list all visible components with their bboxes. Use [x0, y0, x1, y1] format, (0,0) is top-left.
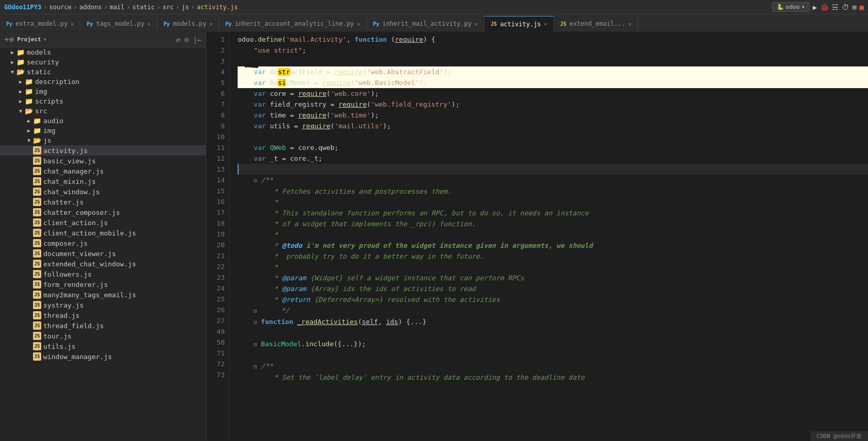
sidebar-item-chatter-composer[interactable]: JS chatter_composer.js [0, 207, 206, 217]
coverage-icon[interactable]: ☵ [832, 3, 839, 11]
sidebar-item-label: static [27, 68, 206, 76]
sidebar-item-img2[interactable]: ▶ 📁 img [0, 126, 206, 135]
sidebar-item-systray[interactable]: JS systray.js [0, 300, 206, 310]
sidebar-item-activity-js[interactable]: JS activity.js [0, 145, 206, 156]
sidebar-item-src[interactable]: ▼ 📂 src [0, 106, 206, 116]
breadcrumb-item[interactable]: js [181, 4, 189, 11]
sidebar-item-label: audio [43, 117, 206, 125]
sidebar-item-chat-mixin[interactable]: JS chat_mixin.js [0, 176, 206, 186]
sidebar-item-chat-window[interactable]: JS chat_window.js [0, 186, 206, 197]
py-icon: Py [225, 21, 231, 27]
tab-label: extra_model.py [15, 20, 68, 27]
tab-inherit-mail[interactable]: Py inherit_mail_activity.py ✕ [367, 16, 485, 31]
sidebar-item-chat-manager[interactable]: JS chat_manager.js [0, 166, 206, 176]
sidebar-item-security[interactable]: ▶ 📁 security [0, 57, 206, 67]
run-button[interactable]: ▶ [813, 3, 817, 11]
sidebar-item-label: basic_view.js [43, 157, 206, 165]
settings-icon[interactable]: ⚙ [185, 36, 189, 44]
sidebar-item-img[interactable]: ▶ 📁 img [0, 87, 206, 96]
sidebar-item-audio[interactable]: ▶ 📁 audio [0, 116, 206, 126]
bottom-bar: CSDN @odoo开发 [810, 431, 868, 441]
code-line-73: * Set the 'label_delay' entry in activit… [238, 372, 868, 383]
code-line-16: * [238, 197, 868, 208]
profile-icon[interactable]: ⏱ [842, 3, 849, 11]
breadcrumb-item[interactable]: addons [79, 4, 102, 11]
breadcrumb-sep: › [127, 4, 130, 11]
add-folder-icon[interactable]: ⊕ [9, 35, 14, 44]
stop-icon[interactable]: ■ [860, 3, 864, 11]
sidebar-dropdown[interactable]: ▾ [43, 36, 47, 43]
sync-icon[interactable]: ⇄ [176, 36, 180, 44]
code-editor[interactable]: 1 2 3 4 5 6 7 8 9 10 11 12 13 14 15 16 1… [206, 32, 868, 441]
debug-icon[interactable]: 🐞 [820, 3, 829, 11]
sidebar-item-document-viewer[interactable]: JS document_viewer.js [0, 248, 206, 259]
sidebar-item-composer[interactable]: JS composer.js [0, 238, 206, 248]
sidebar-item-many2many-tags[interactable]: JS many2many_tags_email.js [0, 290, 206, 300]
breadcrumb-item[interactable]: mail [110, 4, 125, 11]
tab-tags-model-py[interactable]: Py tags_model.py ✕ [80, 16, 157, 31]
breadcrumb-item[interactable]: GOdoo11PY3 [4, 4, 41, 11]
sidebar-item-window-manager[interactable]: JS window_manager.js [0, 351, 206, 362]
sidebar-item-static[interactable]: ▼ 📂 static [0, 67, 206, 77]
sidebar-item-client-action[interactable]: JS client_action.js [0, 217, 206, 228]
breadcrumb-item[interactable]: src [162, 4, 174, 11]
code-content[interactable]: odoo.define('mail.Activity', function (r… [229, 32, 868, 441]
sidebar-item-form-renderer[interactable]: JS form_renderer.js [0, 279, 206, 290]
sidebar-item-tour[interactable]: JS tour.js [0, 331, 206, 341]
code-line-25: * @return {Deferred<Array>} resolved wit… [238, 294, 868, 305]
bottom-bar-label: CSDN @odoo开发 [816, 433, 862, 439]
code-line-26: ⊟ */ [238, 305, 868, 316]
sidebar-item-extended-chat-window[interactable]: JS extended_chat_window.js [0, 259, 206, 269]
sidebar-item-chatter[interactable]: JS chatter.js [0, 197, 206, 207]
breadcrumb-sep: › [191, 4, 195, 11]
js-file-icon: JS [33, 188, 41, 196]
tab-close-icon[interactable]: ✕ [71, 21, 74, 27]
sidebar-item-label: followers.js [43, 270, 206, 278]
folder-icon: 📂 [25, 107, 33, 115]
tab-inherit-account[interactable]: Py inherit_account_analytic_line.py ✕ [219, 16, 366, 31]
sidebar-item-label: client_action_mobile.js [43, 229, 206, 237]
js-file-icon: JS [33, 270, 41, 278]
breadcrumb-sep: › [104, 4, 107, 11]
breadcrumb-sep: › [74, 4, 77, 11]
tab-close-icon[interactable]: ✕ [357, 21, 360, 27]
sidebar-item-js[interactable]: ▼ 📂 js [0, 135, 206, 145]
folder-icon: 📂 [33, 137, 41, 144]
hide-icon[interactable]: |← [193, 36, 202, 44]
breadcrumb-item[interactable]: static [132, 4, 155, 11]
tab-close-icon[interactable]: ✕ [544, 21, 547, 27]
tab-close-icon[interactable]: ✕ [475, 21, 478, 27]
sidebar-item-thread[interactable]: JS thread.js [0, 310, 206, 320]
code-line-5: var BasicModel = require('web.BasicModel… [238, 77, 868, 88]
tab-extra-model-py[interactable]: Py extra_model.py ✕ [0, 16, 80, 31]
expand-arrow: ▼ [8, 69, 16, 75]
folder-icon: 📂 [16, 68, 25, 76]
tab-close-icon[interactable]: ✕ [147, 21, 151, 27]
js-file-icon: JS [33, 198, 41, 206]
sidebar-tree: ▶ 📁 models ▶ 📁 security ▼ 📂 static [0, 47, 206, 362]
sidebar-item-basic-view-js[interactable]: JS basic_view.js [0, 156, 206, 166]
sidebar-item-label: security [27, 58, 206, 66]
sidebar-item-followers[interactable]: JS followers.js [0, 269, 206, 279]
sidebar-item-scripts[interactable]: ▶ 📁 scripts [0, 96, 206, 106]
odoo-dropdown[interactable]: 🐍 odoo ▾ [772, 2, 810, 12]
sidebar-item-description[interactable]: ▶ 📁 description [0, 77, 206, 87]
code-line-20: * @todo i'm not very proud of the widget… [238, 240, 868, 251]
tab-models-py[interactable]: Py models.py ✕ [157, 16, 219, 31]
tab-activity-js[interactable]: JS activity.js ✕ [485, 16, 554, 31]
expand-arrow: ▼ [16, 108, 25, 114]
sidebar-item-utils[interactable]: JS utils.js [0, 341, 206, 351]
breadcrumb-current: activity.js [197, 4, 238, 11]
tools-icon[interactable]: ⊞ [852, 3, 856, 11]
sidebar-item-client-action-mobile[interactable]: JS client_action_mobile.js [0, 228, 206, 238]
sidebar-item-label: scripts [35, 97, 206, 105]
tab-close-icon[interactable]: ✕ [209, 21, 212, 27]
tab-extend-email[interactable]: JS extend_email... ✕ [554, 16, 638, 31]
tab-close-icon[interactable]: ✕ [628, 21, 631, 27]
expand-arrow: ▼ [25, 138, 33, 143]
breadcrumb-item[interactable]: source [49, 4, 71, 11]
sidebar-item-models[interactable]: ▶ 📁 models [0, 47, 206, 57]
sidebar-item-thread-field[interactable]: JS thread_field.js [0, 320, 206, 331]
add-file-icon[interactable]: + [4, 35, 9, 44]
sidebar-item-label: form_renderer.js [43, 281, 206, 289]
